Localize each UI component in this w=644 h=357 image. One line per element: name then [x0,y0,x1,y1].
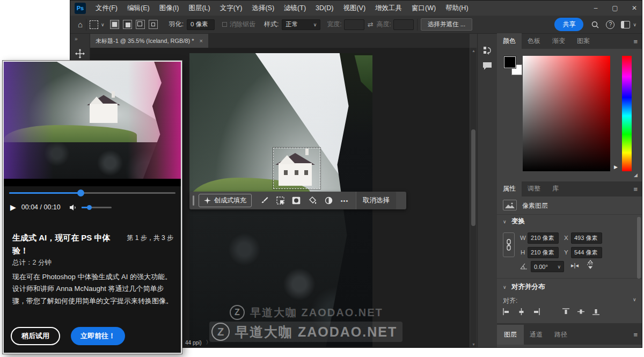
hue-slider[interactable] [622,56,632,171]
align-bottom-edges-icon[interactable] [591,307,601,316]
marquee-tool-icon[interactable] [90,20,98,29]
selection-mode-intersect[interactable] [149,20,158,29]
collapse-icon[interactable]: ∨ [503,219,507,224]
y-input[interactable]: 544 像素 [571,247,602,258]
swap-dimensions-icon[interactable]: ⇄ [368,20,374,28]
align-section-header[interactable]: 对齐并分布 [511,282,545,292]
chevron-down-icon[interactable]: ∨ [633,22,636,27]
tab-properties[interactable]: 属性 [497,181,522,196]
workspace-icon[interactable] [621,21,630,28]
menu-file[interactable]: 文件(F) [91,1,122,16]
tab-adjustments[interactable]: 调整 [522,181,546,196]
panel-scrollbar-thumb[interactable] [637,217,641,279]
mask-icon[interactable] [288,196,304,205]
menu-image[interactable]: 图像(I) [155,1,184,16]
menu-select[interactable]: 选择(S) [247,1,279,16]
video-progress-bar[interactable] [9,192,175,194]
flip-vertical-icon[interactable] [587,260,594,269]
transform-section-header[interactable]: 变换 [511,217,525,226]
drag-handle[interactable] [193,195,194,206]
tab-paths[interactable]: 路径 [548,325,573,345]
color-field-marker[interactable]: ◢ [634,172,638,178]
scrollbar-thumb[interactable] [471,129,475,226]
chevron-down-icon[interactable]: ∨ [101,22,105,27]
align-right-edges-icon[interactable] [532,307,541,316]
flip-horizontal-icon[interactable]: ▸|◂ [571,262,579,269]
menu-plugins[interactable]: 增效工具 [370,1,407,16]
hue-slider-marker[interactable]: ▶ [614,164,618,170]
comments-icon[interactable] [482,62,497,70]
volume-handle[interactable] [87,205,92,210]
deselect-button[interactable]: 取消选择 [356,192,396,209]
tab-layers[interactable]: 图层 [497,325,524,345]
maximize-button[interactable]: ▢ [606,1,624,16]
play-icon[interactable]: ▶ [10,203,16,212]
select-subject-icon[interactable] [272,196,288,205]
menu-3d[interactable]: 3D(D) [311,1,338,16]
vertical-scrollbar[interactable]: ▲ ▼ [470,48,477,347]
menu-help[interactable]: 帮助(H) [441,1,473,16]
scroll-down-icon[interactable]: ▼ [472,343,475,346]
align-left-edges-icon[interactable] [502,307,511,316]
panel-menu-icon[interactable]: ≡ [633,185,638,193]
saturation-brightness-field[interactable] [523,56,610,171]
tab-color[interactable]: 颜色 [497,33,522,49]
selection-mode-new[interactable] [110,20,119,29]
menu-type[interactable]: 文字(Y) [215,1,247,16]
tab-libraries[interactable]: 库 [546,181,565,196]
desktop: Ps 文件(F) 编辑(E) 图像(I) 图层(L) 文字(Y) 选择(S) 滤… [0,0,644,357]
progress-handle[interactable] [77,190,84,196]
search-icon[interactable] [591,20,599,29]
volume-slider[interactable] [82,207,112,208]
link-dimensions-button[interactable] [503,232,515,257]
share-button[interactable]: 共享 [554,18,583,31]
w-input[interactable]: 210 像素 [528,232,559,244]
scroll-up-icon[interactable]: ▲ [472,49,475,53]
style-select[interactable]: 正常∨ [282,19,320,30]
collapse-icon[interactable]: ∨ [503,285,507,290]
volume-icon[interactable] [69,204,77,211]
menu-view[interactable]: 视图(V) [338,1,370,16]
menu-window[interactable]: 窗口(W) [407,1,441,16]
minimize-button[interactable]: – [587,1,605,16]
selection-mode-subtract[interactable] [136,20,145,29]
go-now-button[interactable]: 立即前往！ [71,327,125,345]
fill-bucket-icon[interactable] [304,196,320,205]
antialias-checkbox[interactable] [222,22,227,27]
document-tab[interactable]: 未标题-1 @ 35.5% (Iceland, RGB/8) * × [90,34,208,48]
more-options-icon[interactable]: ••• [336,198,353,204]
x-input[interactable]: 493 像素 [571,232,602,244]
angle-select[interactable]: 0.00°∨ [531,261,564,272]
panel-menu-icon[interactable]: ≡ [633,38,638,46]
guided-learning-icon[interactable] [482,46,497,55]
menu-filter[interactable]: 滤镜(T) [279,1,311,16]
tab-channels[interactable]: 通道 [524,325,548,345]
tutorial-video[interactable] [4,62,181,186]
menu-layer[interactable]: 图层(L) [184,1,215,16]
feather-input[interactable]: 0 像素 [187,19,215,30]
panel-menu-icon[interactable]: ≡ [633,331,638,339]
tab-swatches[interactable]: 色板 [522,33,546,49]
align-horizontal-centers-icon[interactable] [517,307,526,316]
home-icon[interactable]: ⌂ [78,20,83,29]
tab-gradients[interactable]: 渐变 [546,33,571,49]
foreground-color-swatch[interactable] [504,56,516,68]
width-input [344,19,364,30]
align-top-edges-icon[interactable] [561,307,570,316]
move-tool-icon[interactable] [75,48,90,59]
tab-close-icon[interactable]: × [200,38,203,44]
close-button[interactable]: ✕ [625,1,643,16]
menu-edit[interactable]: 编辑(E) [122,1,155,16]
adjustment-icon[interactable] [320,196,336,205]
align-vertical-centers-icon[interactable] [576,307,586,316]
generative-fill-button[interactable]: 创成式填充 [199,194,252,207]
try-later-button[interactable]: 稍后试用 [11,327,60,345]
help-icon[interactable]: ? [606,20,614,29]
collapse-icon[interactable]: ∨ [633,297,636,302]
tools-overflow-icon[interactable]: » [70,34,90,42]
selection-mode-add[interactable] [123,20,132,29]
tab-patterns[interactable]: 图案 [571,33,596,49]
h-input[interactable]: 210 像素 [528,247,559,258]
select-and-mask-button[interactable]: 选择并遮住 ... [421,18,472,31]
brush-icon[interactable] [256,196,272,205]
